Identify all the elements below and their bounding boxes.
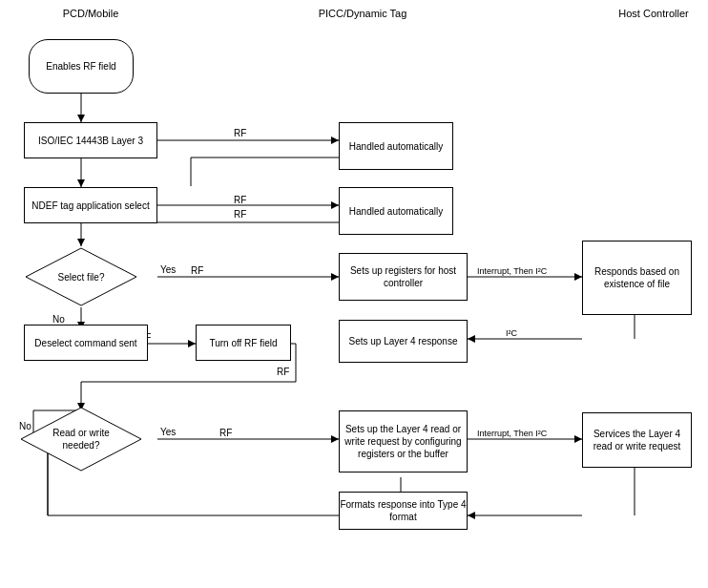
select-file-diamond: Select file? — [24, 246, 138, 307]
read-write-diamond: Read or write needed? — [19, 406, 143, 472]
svg-marker-20 — [468, 335, 475, 343]
svg-marker-17 — [574, 273, 582, 281]
svg-marker-9 — [331, 201, 339, 209]
svg-text:No: No — [52, 314, 65, 325]
svg-text:RF: RF — [191, 265, 203, 276]
svg-marker-36 — [468, 512, 475, 519]
ndef-select-box: NDEF tag application select — [24, 187, 157, 223]
svg-text:Yes: Yes — [160, 427, 176, 437]
svg-text:RF: RF — [277, 367, 289, 377]
svg-marker-3 — [331, 136, 339, 144]
header-pcd-mobile: PCD/Mobile — [29, 8, 153, 19]
sets-layer4-box: Sets up Layer 4 response — [339, 320, 468, 363]
handled1-box: Handled automatically — [339, 122, 453, 170]
formats-box: Formats response into Type 4 format — [339, 492, 468, 530]
iso-layer3-box: ISO/IEC 14443B Layer 3 — [24, 122, 157, 158]
svg-marker-12 — [77, 239, 85, 246]
enables-rf-box: Enables RF field — [29, 39, 134, 94]
svg-text:Interrupt, Then I²C: Interrupt, Then I²C — [477, 266, 548, 276]
svg-marker-33 — [574, 435, 582, 443]
responds-based-box: Responds based on existence of file — [582, 241, 692, 315]
flowchart-diagram: PCD/Mobile PICC/Dynamic Tag Host Control… — [0, 0, 708, 588]
svg-text:RF: RF — [219, 428, 232, 438]
turn-off-box: Turn off RF field — [196, 325, 291, 361]
svg-text:RF: RF — [234, 128, 246, 138]
svg-marker-24 — [188, 340, 196, 347]
svg-text:Interrupt, Then I²C: Interrupt, Then I²C — [477, 429, 548, 438]
header-picc-tag: PICC/Dynamic Tag — [286, 8, 439, 19]
svg-text:RF: RF — [234, 195, 246, 205]
svg-marker-1 — [77, 115, 85, 122]
handled2-box: Handled automatically — [339, 187, 453, 235]
sets-registers-box: Sets up registers for host controller — [339, 253, 468, 301]
services-box: Services the Layer 4 read or write reque… — [582, 412, 692, 468]
sets-layer4-rw-box: Sets up the Layer 4 read or write reques… — [339, 410, 468, 472]
deselect-box: Deselect command sent — [24, 325, 148, 361]
svg-text:I²C: I²C — [506, 328, 517, 338]
svg-marker-7 — [77, 179, 85, 187]
svg-marker-31 — [331, 435, 339, 443]
header-host: Host Controller — [601, 8, 706, 19]
svg-marker-15 — [331, 273, 339, 281]
svg-text:Yes: Yes — [160, 264, 176, 275]
svg-text:RF: RF — [234, 209, 246, 220]
